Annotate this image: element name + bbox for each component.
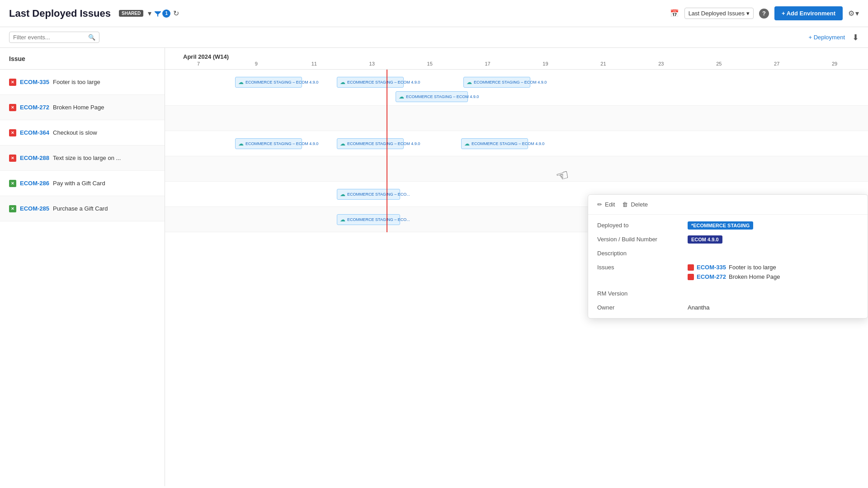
trash-icon: 🗑 (622, 201, 628, 208)
deployment-bar[interactable]: ☁ECOMMERCE STAGING – ECOM 4.9.0 (235, 77, 302, 88)
timeline-issue-row (165, 156, 868, 182)
timeline-date-label: 25 (690, 61, 748, 69)
deployment-bar-secondary[interactable]: ☁ECOMMERCE STAGING – ECOM 4.9.0 (396, 91, 468, 102)
popup-owner-row: Owner Anantha (597, 304, 859, 311)
cloud-icon: ☁ (340, 191, 345, 197)
issue-id-link[interactable]: ECOM-286 (20, 180, 49, 187)
timeline-date-label: 13 (343, 61, 401, 69)
timeline-header: April 2024 (W14) 7911131517192123252729 (165, 48, 868, 70)
issue-list-item[interactable]: ✕ ECOM-285 Purchase a Gift Card (0, 196, 165, 221)
issue-id-link[interactable]: ECOM-285 (20, 205, 49, 212)
popup-issue-id[interactable]: ECOM-335 (697, 264, 726, 271)
timeline-date-label: 27 (748, 61, 806, 69)
deployment-bar-label: ECOMMERCE STAGING – ECOM 4.9.0 (347, 141, 420, 146)
issue-title: Pay with a Gift Card (53, 180, 105, 187)
popup-description-row: Description (597, 250, 859, 257)
popup-issue-title: Broken Home Page (729, 273, 780, 280)
issue-id-link[interactable]: ECOM-364 (20, 129, 49, 136)
add-deployment-label: + Deployment (808, 34, 845, 41)
issue-title: Checkout is slow (53, 129, 97, 136)
popup-issue-link[interactable]: ECOM-335 Footer is too large (688, 264, 859, 271)
popup-body: Deployed to *ECOMMERCE STAGING Version /… (588, 215, 868, 318)
rm-version-label: RM Version (597, 290, 679, 297)
view-selector[interactable]: Last Deployed Issues ▾ (684, 8, 754, 19)
version-label: Version / Build Number (597, 236, 679, 243)
shared-badge: SHARED (119, 10, 143, 17)
issue-list-item[interactable]: ✕ ECOM-364 Checkout is slow (0, 120, 165, 145)
deployment-bar-label: ECOMMERCE STAGING – ECOM 4.9.0 (406, 94, 479, 99)
timeline-date-label: 21 (574, 61, 632, 69)
popup-issue-link[interactable]: ECOM-272 Broken Home Page (688, 273, 859, 280)
issue-list-item[interactable]: ✕ ECOM-288 Text size is too large on ... (0, 145, 165, 171)
edit-button[interactable]: ✏ Edit (597, 201, 615, 208)
issue-status-icon: ✕ (9, 180, 16, 187)
search-icon: 🔍 (88, 34, 95, 41)
issue-title: Footer is too large (53, 79, 100, 85)
issue-column-header: Issue (0, 48, 165, 70)
issue-status-icon: ✕ (9, 79, 16, 86)
cloud-icon: ☁ (464, 141, 470, 147)
deployment-bar[interactable]: ☁ECOMMERCE STAGING – ECOM 4.9.0 (463, 77, 530, 88)
timeline-date-label: 23 (632, 61, 690, 69)
delete-button[interactable]: 🗑 Delete (622, 201, 648, 208)
issue-list-item[interactable]: ✕ ECOM-272 Broken Home Page (0, 95, 165, 120)
filter-button[interactable]: 1 (154, 9, 170, 18)
deployment-bar[interactable]: ☁ECOMMERCE STAGING – ECOM 4.9.0 (461, 138, 528, 149)
calendar-icon: 📅 (670, 9, 679, 18)
popup-issue-status-icon (688, 274, 694, 280)
deployment-bar[interactable]: ☁ECOMMERCE STAGING – ECOM 4.9.0 (235, 138, 302, 149)
deployment-bar-label: ECOMMERCE STAGING – ECOM 4.9.0 (474, 80, 547, 84)
dropdown-arrow-icon[interactable]: ▾ (148, 9, 151, 18)
view-selector-chevron: ▾ (746, 10, 750, 17)
owner-label: Owner (597, 304, 679, 311)
issues-label: Issues (597, 264, 679, 271)
settings-button[interactable]: ⚙ ▾ (848, 9, 859, 18)
refresh-icon[interactable]: ↻ (173, 9, 179, 18)
add-environment-button[interactable]: + Add Environment (774, 6, 843, 20)
page-title: Last Deployed Issues (9, 8, 111, 19)
cloud-icon: ☁ (467, 79, 472, 85)
deployment-bar-label: ECOMMERCE STAGING – ECO... (347, 217, 410, 222)
deployment-detail-popup: ✏ Edit 🗑 Delete Deployed to *ECOMMERCE S… (588, 194, 868, 319)
issue-list-item[interactable]: ✕ ECOM-286 Pay with a Gift Card (0, 171, 165, 196)
issue-list-item[interactable]: ✕ ECOM-335 Footer is too large (0, 70, 165, 95)
edit-icon: ✏ (597, 201, 602, 208)
deployment-bar[interactable]: ☁ECOMMERCE STAGING – ECOM 4.9.0 (337, 77, 404, 88)
popup-issue-id[interactable]: ECOM-272 (697, 273, 726, 280)
timeline-date-label: 7 (170, 61, 227, 69)
filter-icon (154, 10, 161, 17)
timeline-date-label: 11 (285, 61, 343, 69)
search-input[interactable] (13, 34, 85, 41)
download-icon[interactable]: ⬇ (852, 33, 859, 42)
issues-value: ECOM-335 Footer is too large ECOM-272 Br… (688, 264, 859, 283)
deployment-bar-label: ECOMMERCE STAGING – ECOM 4.9.0 (472, 141, 544, 146)
add-deployment-button[interactable]: + Deployment (808, 34, 845, 41)
deployment-bar[interactable]: ☁ECOMMERCE STAGING – ECOM 4.9.0 (337, 138, 404, 149)
timeline-date-label: 29 (806, 61, 863, 69)
timeline-date-label: 15 (401, 61, 459, 69)
help-icon[interactable]: ? (759, 9, 769, 19)
deployment-bar-label: ECOMMERCE STAGING – ECOM 4.9.0 (245, 80, 318, 84)
timeline-issue-row: ☁ECOMMERCE STAGING – ECOM 4.9.0☁ECOMMERC… (165, 131, 868, 156)
issue-title: Text size is too large on ... (53, 155, 121, 161)
owner-value: Anantha (688, 304, 859, 311)
issue-title: Broken Home Page (53, 104, 104, 111)
deployment-bar[interactable]: ☁ECOMMERCE STAGING – ECO... (337, 189, 400, 200)
deployment-bar[interactable]: ☁ECOMMERCE STAGING – ECO... (337, 214, 400, 225)
issue-id-link[interactable]: ECOM-288 (20, 155, 49, 161)
cloud-icon: ☁ (340, 79, 345, 85)
issue-id-link[interactable]: ECOM-272 (20, 104, 49, 111)
timeline-issue-row: ☁ECOMMERCE STAGING – ECOM 4.9.0☁ECOMMERC… (165, 70, 868, 106)
issue-status-icon: ✕ (9, 104, 16, 111)
settings-chevron-icon: ▾ (855, 9, 859, 18)
deployed-to-label: Deployed to (597, 222, 679, 229)
edit-label: Edit (605, 201, 615, 208)
cloud-icon: ☁ (340, 141, 345, 147)
issue-id-link[interactable]: ECOM-335 (20, 79, 49, 85)
deployment-bar-label: ECOMMERCE STAGING – ECO... (347, 192, 410, 197)
issue-status-icon: ✕ (9, 129, 16, 136)
today-line (387, 70, 387, 232)
timeline-date-label: 9 (227, 61, 285, 69)
filter-events-search[interactable]: 🔍 (9, 32, 99, 43)
popup-version-row: Version / Build Number ECOM 4.9.0 (597, 236, 859, 243)
